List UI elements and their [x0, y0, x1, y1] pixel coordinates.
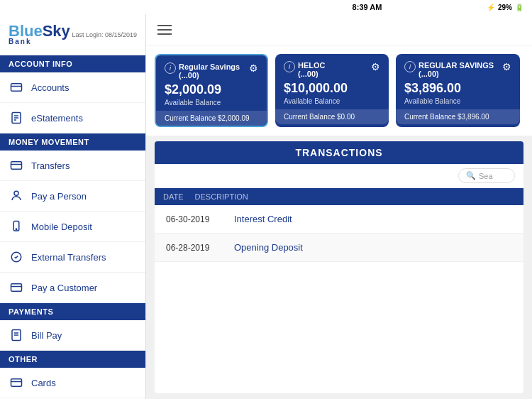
sidebar-header: BlueSky Bank Last Login: 08/15/2019 [0, 14, 145, 55]
account-amount-label-2: Available Balance [404, 97, 511, 105]
transaction-row-0[interactable]: 06-30-2019 Interest Credit [155, 205, 523, 234]
account-footer-1: Current Balance $0.00 [275, 109, 389, 124]
status-icons: ⚡ 29% 🔋 [487, 4, 523, 11]
account-subtitle-0: (...00) [179, 71, 243, 80]
sidebar-item-bill-pay-label: Bill Pay [31, 330, 62, 341]
tx-date-0: 06-30-2019 [166, 214, 223, 224]
search-input-wrapper[interactable]: 🔍 Sea [458, 168, 515, 183]
transactions-header: TRANSACTIONS [155, 141, 523, 164]
svg-rect-0 [11, 84, 22, 92]
account-gear-icon-1[interactable]: ⚙ [371, 61, 380, 72]
filter-date-label: DATE [163, 192, 184, 201]
account-amount-2: $3,896.00 [404, 81, 511, 96]
account-info-icon-2[interactable]: i [404, 61, 416, 72]
sidebar-item-transfers-label: Transfers [31, 160, 70, 171]
account-info-icon-0[interactable]: i [165, 62, 176, 74]
svg-point-10 [16, 229, 17, 230]
account-card-0[interactable]: i Regular Savings (...00) ⚙ $2,000.09 Av… [155, 54, 268, 127]
sidebar-item-cards-label: Cards [31, 378, 56, 388]
sidebar-item-estatements[interactable]: eStatements [0, 103, 145, 133]
transaction-list: 06-30-2019 Interest Credit 06-28-2019 Op… [155, 205, 523, 393]
bill-pay-icon [9, 327, 24, 343]
logo-sky: Sky [43, 22, 70, 40]
accounts-row: i Regular Savings (...00) ⚙ $2,000.09 Av… [146, 45, 532, 136]
svg-rect-6 [11, 162, 22, 170]
tx-desc-0: Interest Credit [234, 214, 501, 224]
card-top-2: i REGULAR SAVINGS (...00) ⚙ [404, 61, 511, 78]
hamburger-menu[interactable] [157, 25, 172, 35]
search-bar: 🔍 Sea [155, 164, 523, 188]
transactions-filter-row: DATE DESCRIPTION [155, 188, 523, 205]
hamburger-line-3 [157, 33, 172, 35]
filter-desc-label: DESCRIPTION [195, 192, 248, 201]
account-amount-label-1: Available Balance [284, 97, 380, 105]
sidebar-item-bill-pay[interactable]: Bill Pay [0, 320, 145, 351]
account-title-2: REGULAR SAVINGS [419, 61, 497, 70]
search-icon: 🔍 [466, 171, 476, 180]
tx-desc-1: Opening Deposit [234, 242, 501, 253]
bluetooth-icon: ⚡ [487, 4, 495, 11]
sidebar: BlueSky Bank Last Login: 08/15/2019 ACCO… [0, 14, 146, 399]
external-transfers-icon [9, 249, 24, 265]
svg-rect-12 [11, 284, 22, 292]
transactions-section: TRANSACTIONS 🔍 Sea DATE DESCRIPTION 06-3… [155, 141, 523, 393]
card-top-1: i HELOC (...00) ⚙ [284, 61, 380, 78]
search-placeholder: Sea [479, 172, 493, 180]
sidebar-item-external-transfers-label: External Transfers [31, 252, 106, 263]
sidebar-item-pay-person[interactable]: Pay a Person [0, 181, 145, 212]
account-amount-0: $2,000.09 [165, 82, 258, 97]
status-time: 8:39 AM [248, 3, 487, 11]
transaction-row-1[interactable]: 06-28-2019 Opening Deposit [155, 234, 523, 262]
hamburger-line-1 [157, 25, 172, 26]
top-bar [146, 14, 532, 45]
account-footer-2: Current Balance $3,896.00 [396, 109, 520, 124]
cards-icon [9, 375, 24, 390]
accounts-icon [9, 80, 24, 95]
account-card-2[interactable]: i REGULAR SAVINGS (...00) ⚙ $3,896.00 Av… [396, 54, 520, 127]
mobile-deposit-icon [9, 219, 24, 234]
sidebar-item-transfers[interactable]: Transfers [0, 151, 145, 181]
last-login: Last Login: 08/15/2019 [72, 31, 137, 38]
section-payments: PAYMENTS [0, 303, 145, 320]
sidebar-item-pay-customer-label: Pay a Customer [31, 283, 97, 293]
sidebar-item-pay-person-label: Pay a Person [31, 191, 87, 202]
sidebar-item-cards[interactable]: Cards [0, 368, 145, 398]
section-account-info: ACCOUNT INFO [0, 55, 145, 72]
app-container: BlueSky Bank Last Login: 08/15/2019 ACCO… [0, 14, 532, 399]
tx-date-1: 06-28-2019 [166, 243, 223, 253]
sidebar-item-pay-customer[interactable]: Pay a Customer [0, 273, 145, 303]
account-amount-1: $10,000.00 [284, 81, 380, 96]
account-gear-icon-0[interactable]: ⚙ [249, 62, 258, 74]
hamburger-line-2 [157, 29, 172, 31]
section-other: OTHER [0, 351, 145, 368]
sidebar-item-mobile-deposit-label: Mobile Deposit [31, 222, 92, 232]
account-subtitle-2: (...00) [419, 70, 497, 78]
account-subtitle-1: (...00) [298, 70, 365, 78]
battery-icon: 🔋 [515, 4, 523, 11]
account-card-1[interactable]: i HELOC (...00) ⚙ $10,000.00 Available B… [275, 54, 389, 127]
account-gear-icon-2[interactable]: ⚙ [502, 61, 511, 72]
account-title-0: Regular Savings [179, 62, 243, 71]
main-content: i Regular Savings (...00) ⚙ $2,000.09 Av… [146, 14, 532, 399]
account-footer-0: Current Balance $2,000.09 [156, 111, 267, 126]
pay-person-icon [9, 188, 24, 204]
logo: BlueSky [9, 23, 70, 39]
card-top-0: i Regular Savings (...00) ⚙ [165, 62, 258, 80]
sidebar-item-external-transfers[interactable]: External Transfers [0, 242, 145, 273]
logo-area: BlueSky Bank [9, 23, 70, 45]
transfers-icon [9, 158, 24, 173]
battery-percent: 29% [498, 4, 512, 11]
status-bar: 8:39 AM ⚡ 29% 🔋 [0, 0, 532, 14]
account-title-1: HELOC [298, 61, 365, 70]
estatements-icon [9, 110, 24, 126]
svg-point-8 [14, 191, 18, 195]
section-money-movement: MONEY MOVEMENT [0, 133, 145, 151]
sidebar-item-mobile-deposit[interactable]: Mobile Deposit [0, 212, 145, 242]
pay-customer-icon [9, 280, 24, 295]
logo-bank: Bank [9, 38, 31, 45]
sidebar-item-accounts[interactable]: Accounts [0, 72, 145, 103]
account-info-icon-1[interactable]: i [284, 61, 295, 72]
account-amount-label-0: Available Balance [165, 99, 258, 106]
sidebar-item-estatements-label: eStatements [31, 113, 83, 124]
svg-rect-17 [11, 379, 22, 387]
